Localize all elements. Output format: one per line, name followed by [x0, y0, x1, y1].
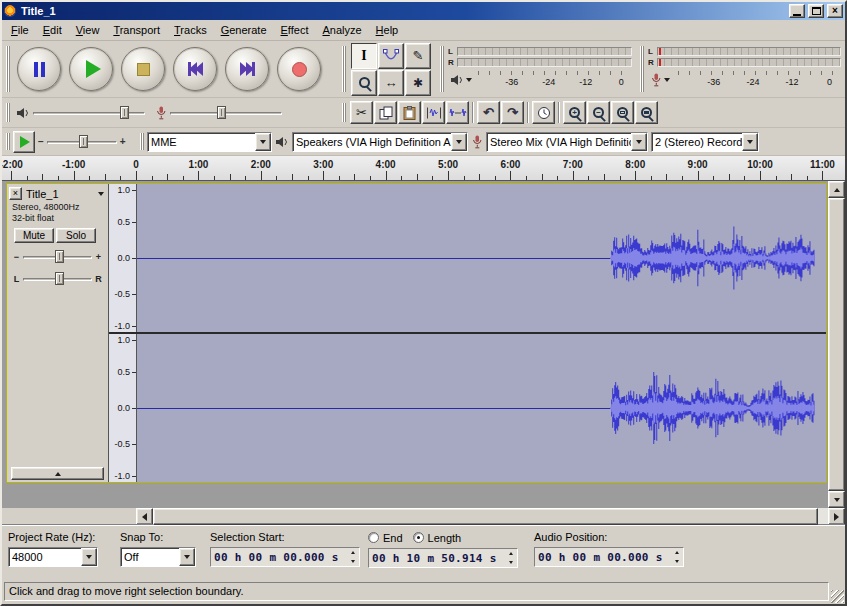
- track-collapse-button[interactable]: [11, 467, 104, 480]
- toolbar-grip[interactable]: [342, 46, 346, 92]
- output-volume-slider[interactable]: [33, 105, 145, 121]
- timeline-ruler[interactable]: -2:00-1:0001:002:003:004:005:006:007:008…: [2, 156, 845, 181]
- sync-lock-button[interactable]: [532, 101, 555, 124]
- chevron-down-icon: [747, 140, 753, 144]
- draw-tool-button[interactable]: ✎: [405, 43, 431, 69]
- gain-slider[interactable]: − +: [7, 243, 108, 265]
- length-radio[interactable]: [413, 532, 424, 543]
- waveform-channel-right[interactable]: [137, 334, 826, 482]
- cut-button[interactable]: ✂: [350, 101, 373, 124]
- menu-edit[interactable]: Edit: [36, 21, 69, 39]
- dropdown-button[interactable]: [631, 133, 647, 151]
- menu-transport[interactable]: Transport: [106, 21, 167, 39]
- minimize-button[interactable]: [789, 4, 805, 18]
- redo-icon: ↷: [507, 106, 518, 119]
- horizontal-scrollbar-thumb[interactable]: [153, 508, 818, 525]
- redo-button[interactable]: ↷: [501, 101, 524, 124]
- spinner[interactable]: [671, 548, 682, 566]
- scroll-left-button[interactable]: [136, 508, 153, 525]
- scroll-down-button[interactable]: [828, 491, 845, 508]
- timeshift-tool-button[interactable]: ↔: [378, 70, 404, 96]
- close-button[interactable]: ×: [827, 4, 843, 18]
- stop-button[interactable]: [121, 47, 165, 91]
- zoom-in-button[interactable]: +: [563, 101, 586, 124]
- input-volume-slider[interactable]: [170, 105, 282, 121]
- track-title-menu[interactable]: Title_1: [24, 188, 106, 200]
- recording-meter-toolbar[interactable]: L R -36 -24 -12 0: [636, 41, 845, 97]
- resize-grip[interactable]: [831, 590, 844, 603]
- zoom-out-button[interactable]: −: [587, 101, 610, 124]
- end-radio[interactable]: [368, 532, 379, 543]
- spinner[interactable]: [347, 548, 358, 566]
- audio-position-field[interactable]: 00 h 00 m 00.000 s: [534, 547, 684, 567]
- menu-file[interactable]: File: [4, 21, 36, 39]
- vertical-scrollbar-track[interactable]: [828, 198, 845, 491]
- toolbar-grip[interactable]: [6, 103, 10, 122]
- multi-tool-button[interactable]: ✱: [405, 70, 431, 96]
- record-button[interactable]: [277, 47, 321, 91]
- dropdown-button[interactable]: [451, 133, 467, 151]
- undo-button[interactable]: ↶: [477, 101, 500, 124]
- zoom-tool-button[interactable]: [351, 70, 377, 96]
- toolbar-grip[interactable]: [140, 133, 144, 150]
- toolbar-dock-row-3: − + MME Speakers (VIA High Definition A …: [2, 128, 845, 156]
- playback-meter-menu[interactable]: [448, 74, 478, 86]
- horizontal-scrollbar-track[interactable]: [153, 508, 828, 525]
- menu-help[interactable]: Help: [369, 21, 406, 39]
- input-device-select[interactable]: Stereo Mix (VIA High Definition: [486, 132, 648, 152]
- skip-to-end-button[interactable]: [225, 47, 269, 91]
- solo-button[interactable]: Solo: [56, 228, 96, 243]
- toolbar-grip[interactable]: [6, 46, 10, 92]
- play-button[interactable]: [69, 47, 113, 91]
- fit-project-button[interactable]: [635, 101, 658, 124]
- track-area[interactable]: × Title_1 Stereo, 48000Hz 32-bit float M…: [2, 181, 845, 508]
- paste-button[interactable]: [398, 101, 421, 124]
- envelope-tool-button[interactable]: [378, 43, 404, 69]
- selection-start-field[interactable]: 00 h 00 m 00.000 s: [210, 547, 360, 567]
- scroll-right-button[interactable]: [828, 508, 845, 525]
- scroll-up-button[interactable]: [828, 181, 845, 198]
- toolbar-grip[interactable]: [640, 46, 644, 92]
- maximize-button[interactable]: [808, 4, 824, 18]
- menu-effect[interactable]: Effect: [274, 21, 316, 39]
- menu-tracks[interactable]: Tracks: [167, 21, 214, 39]
- playback-speed-slider[interactable]: [47, 134, 117, 150]
- menu-generate[interactable]: Generate: [214, 21, 274, 39]
- mute-button[interactable]: Mute: [14, 228, 54, 243]
- dropdown-button[interactable]: [179, 548, 195, 566]
- dropdown-button[interactable]: [81, 548, 97, 566]
- silence-audio-button[interactable]: [446, 101, 469, 124]
- selection-tool-button[interactable]: I: [351, 43, 377, 69]
- menu-analyze[interactable]: Analyze: [315, 21, 368, 39]
- copy-button[interactable]: [374, 101, 397, 124]
- input-channels-select[interactable]: 2 (Stereo) Record: [651, 132, 759, 152]
- play-at-speed-button[interactable]: [13, 131, 35, 153]
- toolbar-grip[interactable]: [440, 46, 444, 92]
- toolbar-grip[interactable]: [342, 103, 346, 122]
- vertical-scrollbar[interactable]: [828, 181, 845, 508]
- skip-to-start-button[interactable]: [173, 47, 217, 91]
- toolbar-grip[interactable]: [6, 133, 10, 150]
- snap-to-select[interactable]: Off: [120, 547, 196, 567]
- fit-selection-button[interactable]: [611, 101, 634, 124]
- menu-view[interactable]: View: [69, 21, 107, 39]
- trim-audio-button[interactable]: [422, 101, 445, 124]
- selection-length-field[interactable]: 00 h 10 m 50.914 s: [368, 548, 518, 568]
- audio-host-select[interactable]: MME: [147, 132, 272, 152]
- recording-meter-menu[interactable]: [648, 73, 678, 87]
- spinner[interactable]: [505, 549, 516, 567]
- horizontal-scrollbar[interactable]: [136, 508, 845, 525]
- pause-button[interactable]: [17, 47, 61, 91]
- output-device-select[interactable]: Speakers (VIA High Definition A: [292, 132, 468, 152]
- timeline-tick: [198, 171, 199, 180]
- project-rate-select[interactable]: 48000: [8, 547, 98, 567]
- dropdown-button[interactable]: [742, 133, 758, 151]
- waveform-channel-left[interactable]: [137, 184, 826, 332]
- pan-slider[interactable]: L R: [7, 265, 108, 287]
- playback-meter-toolbar[interactable]: L R -36 -24 -12 0: [436, 41, 636, 97]
- dropdown-button[interactable]: [255, 133, 271, 151]
- title-bar[interactable]: Title_1 ×: [2, 2, 845, 20]
- vertical-scrollbar-thumb[interactable]: [828, 198, 845, 491]
- track-close-button[interactable]: ×: [9, 187, 22, 200]
- end-radio-label: End: [383, 532, 403, 544]
